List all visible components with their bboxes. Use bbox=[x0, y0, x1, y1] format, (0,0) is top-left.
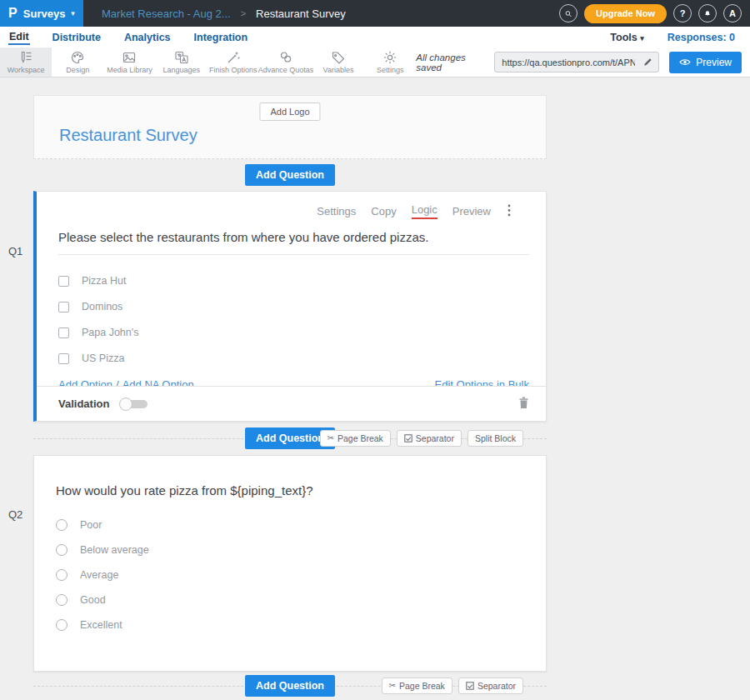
toolbar-item-label: Design bbox=[66, 66, 89, 74]
toolbar-item-label: Media Library bbox=[107, 66, 152, 74]
separator-button[interactable]: Separator bbox=[458, 678, 523, 694]
radio-button[interactable] bbox=[56, 594, 68, 606]
split-block-label: Split Block bbox=[475, 433, 516, 443]
survey-cards: Add Logo Restaurant Survey Add Question … bbox=[33, 95, 547, 700]
toolbar-item-label: Languages bbox=[162, 66, 200, 74]
toolbar-item-label: Finish Options bbox=[209, 66, 258, 74]
option-label[interactable]: Pizza Hut bbox=[82, 275, 127, 287]
radio-button[interactable] bbox=[56, 544, 68, 556]
help-button[interactable]: ? bbox=[673, 4, 692, 22]
page-break-button[interactable]: ✂ Page Break bbox=[320, 430, 391, 447]
toolbar-item-variables[interactable]: Variables bbox=[312, 48, 364, 77]
questionpro-logo-icon: P bbox=[8, 7, 18, 20]
toolbar-item-workspace[interactable]: Workspace bbox=[0, 48, 52, 77]
toolbar-item-media-library[interactable]: Media Library bbox=[103, 48, 155, 77]
tab-analytics[interactable]: Analytics bbox=[123, 30, 172, 44]
option-label[interactable]: Excellent bbox=[80, 619, 122, 631]
toolbar-item-design[interactable]: Design bbox=[52, 48, 103, 77]
product-menu[interactable]: P Surveys ▾ bbox=[0, 0, 83, 27]
option-row: Papa John's bbox=[58, 327, 546, 338]
question-number-q1: Q1 bbox=[8, 245, 22, 258]
option-row: Below average bbox=[56, 544, 546, 556]
question-menu: Settings Copy Logic Preview bbox=[37, 192, 546, 219]
toolbar-item-advance-quotas[interactable]: Advance Quotas bbox=[259, 48, 312, 77]
search-button[interactable] bbox=[559, 4, 578, 22]
survey-nav: Edit Distribute Analytics Integration To… bbox=[0, 27, 750, 48]
toolbar-item-finish-options[interactable]: Finish Options bbox=[208, 48, 259, 77]
survey-canvas: Q1 Q2 Add Logo Restaurant Survey Add Que… bbox=[0, 95, 750, 700]
search-icon bbox=[565, 8, 572, 19]
workspace-icon bbox=[18, 50, 33, 65]
radio-button[interactable] bbox=[56, 569, 68, 581]
question-number-q2: Q2 bbox=[8, 508, 22, 521]
separator-label: Separator bbox=[416, 433, 454, 443]
page-break-button[interactable]: ✂ Page Break bbox=[382, 678, 452, 694]
breadcrumb-parent-link[interactable]: Market Research - Aug 2... bbox=[102, 8, 231, 20]
validation-toggle[interactable] bbox=[119, 398, 149, 411]
breadcrumb: Market Research - Aug 2... > Restaurant … bbox=[102, 8, 346, 20]
page-break-label: Page Break bbox=[338, 433, 383, 443]
responses-count[interactable]: Responses: 0 bbox=[668, 32, 735, 43]
caret-down-icon: ▾ bbox=[640, 34, 644, 42]
add-question-button[interactable]: Add Question bbox=[245, 164, 335, 186]
gear-icon bbox=[382, 50, 398, 65]
product-menu-label: Surveys bbox=[23, 8, 66, 20]
trash-icon bbox=[518, 397, 529, 409]
radio-button[interactable] bbox=[56, 519, 68, 531]
toolbar-right: All changes saved Preview bbox=[416, 48, 750, 77]
toolbar-item-languages[interactable]: Languages bbox=[156, 48, 208, 77]
bell-icon bbox=[704, 8, 711, 19]
tab-edit[interactable]: Edit bbox=[8, 29, 30, 45]
option-label[interactable]: US Pizza bbox=[82, 352, 124, 364]
question-text-q2[interactable]: How would you rate pizza from ${piping_t… bbox=[56, 456, 529, 498]
question-menu-settings[interactable]: Settings bbox=[317, 205, 356, 218]
question-card-q1[interactable]: Settings Copy Logic Preview Please selec… bbox=[33, 191, 547, 422]
question-menu-copy[interactable]: Copy bbox=[371, 205, 396, 218]
delete-question-button[interactable] bbox=[518, 397, 529, 412]
add-logo-button[interactable]: Add Logo bbox=[259, 102, 320, 121]
option-row: Dominos bbox=[58, 301, 546, 312]
survey-title[interactable]: Restaurant Survey bbox=[59, 126, 198, 145]
pencil-icon bbox=[642, 58, 652, 68]
checkbox[interactable] bbox=[58, 276, 69, 287]
question-footer: Validation bbox=[37, 386, 546, 421]
option-label[interactable]: Dominos bbox=[82, 301, 122, 312]
toolbar-item-label: Advance Quotas bbox=[258, 66, 314, 74]
option-label[interactable]: Below average bbox=[80, 544, 149, 556]
toolbar-item-label: Workspace bbox=[8, 66, 45, 74]
add-question-button[interactable]: Add Question bbox=[245, 675, 335, 697]
checkbox[interactable] bbox=[58, 328, 69, 338]
question-text-q1[interactable]: Please select the restaurants from where… bbox=[58, 230, 529, 255]
question-menu-preview[interactable]: Preview bbox=[452, 205, 491, 218]
toolbar-item-settings[interactable]: Settings bbox=[364, 48, 416, 77]
survey-header-card: Add Logo Restaurant Survey bbox=[33, 95, 547, 159]
separator-button[interactable]: Separator bbox=[397, 430, 462, 447]
tab-distribute[interactable]: Distribute bbox=[52, 30, 102, 44]
option-row: Good bbox=[56, 594, 546, 606]
radio-button[interactable] bbox=[56, 619, 68, 631]
checkbox[interactable] bbox=[58, 353, 69, 364]
option-label[interactable]: Poor bbox=[80, 519, 102, 531]
magic-wand-icon bbox=[226, 50, 241, 65]
palette-icon bbox=[70, 50, 85, 65]
option-label[interactable]: Papa John's bbox=[82, 327, 138, 338]
option-label[interactable]: Good bbox=[80, 594, 106, 606]
avatar[interactable]: A bbox=[723, 4, 742, 22]
upgrade-now-button[interactable]: Upgrade Now bbox=[584, 4, 667, 23]
insert-strip-middle: Add Question ✂ Page Break Separator Spli… bbox=[33, 422, 547, 455]
question-more-menu-button[interactable] bbox=[506, 204, 512, 219]
split-block-button[interactable]: Split Block bbox=[468, 430, 523, 447]
tab-integration[interactable]: Integration bbox=[193, 30, 249, 44]
survey-url-input[interactable] bbox=[495, 58, 637, 68]
option-row: Excellent bbox=[56, 619, 546, 631]
question-card-q2[interactable]: How would you rate pizza from ${piping_t… bbox=[33, 455, 547, 672]
notifications-button[interactable] bbox=[698, 4, 717, 22]
tools-menu[interactable]: Tools ▾ bbox=[610, 32, 643, 43]
option-label[interactable]: Average bbox=[80, 569, 118, 581]
question-menu-logic[interactable]: Logic bbox=[412, 203, 438, 219]
preview-button[interactable]: Preview bbox=[669, 52, 742, 73]
validation-label: Validation bbox=[58, 398, 109, 410]
checkbox[interactable] bbox=[58, 302, 69, 312]
edit-url-button[interactable] bbox=[637, 57, 658, 68]
page-break-label: Page Break bbox=[399, 681, 445, 691]
